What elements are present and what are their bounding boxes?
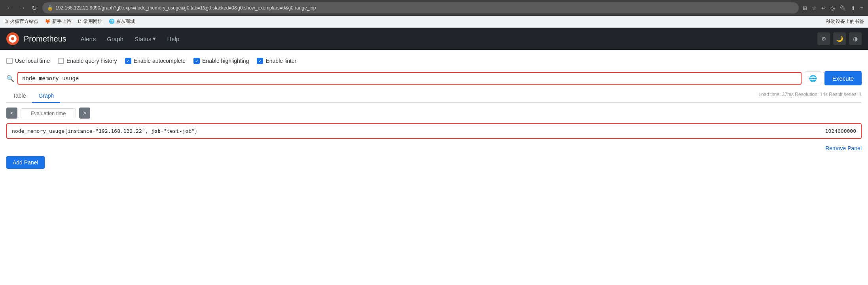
label-job-value: "test-job" bbox=[164, 128, 195, 134]
plugin-icon[interactable]: 🔌 bbox=[839, 4, 847, 12]
browser-chrome: ← → ↻ 🔒 192.168.122.21:9090/graph?g0.exp… bbox=[0, 0, 868, 28]
linter-checkbox[interactable] bbox=[257, 58, 263, 64]
bookmark-xinshou[interactable]: 🦊 新手上路 bbox=[45, 18, 71, 25]
reload-button[interactable]: ↻ bbox=[29, 4, 39, 13]
tab-meta: Load time: 37ms Resolution: 14s Result s… bbox=[758, 92, 862, 100]
label-job-key: job bbox=[151, 128, 160, 134]
bookmarks-bar: 🗋 火狐官方站点 🦊 新手上路 🗋 常用网址 🌐 京东商城 移动设备上的书签 bbox=[0, 16, 868, 28]
prometheus-title: Prometheus bbox=[24, 34, 66, 43]
browser-actions: ⊞ ☆ ↩ ◎ 🔌 ⬆ ≡ bbox=[802, 4, 864, 12]
account-icon[interactable]: ↩ bbox=[821, 4, 826, 12]
autocomplete-checkbox[interactable] bbox=[125, 58, 131, 64]
search-bar: 🔍 🌐 Execute bbox=[6, 71, 862, 85]
table-row: node_memory_usuge{instance="192.168.122.… bbox=[7, 124, 861, 138]
dark-mode-icon-btn[interactable]: 🌙 bbox=[833, 32, 846, 45]
tab-graph[interactable]: Graph bbox=[32, 89, 60, 103]
query-input[interactable] bbox=[22, 75, 797, 81]
dropdown-arrow-icon: ▾ bbox=[153, 35, 156, 42]
search-icon: 🔍 bbox=[6, 75, 14, 82]
remove-panel-link[interactable]: Remove Panel bbox=[825, 145, 862, 151]
label-instance-value: "192.168.122.22" bbox=[95, 128, 145, 134]
add-panel-button[interactable]: Add Panel bbox=[6, 156, 45, 169]
label-instance-key: instance bbox=[68, 128, 93, 134]
back-button[interactable]: ← bbox=[4, 4, 15, 13]
contrast-icon-btn[interactable]: ◑ bbox=[849, 32, 862, 45]
browser-toolbar: ← → ↻ 🔒 192.168.122.21:9090/graph?g0.exp… bbox=[0, 0, 868, 16]
eval-prev-button[interactable]: < bbox=[6, 108, 17, 119]
highlighting-checkbox[interactable] bbox=[193, 58, 200, 64]
nav-buttons: ← → ↻ bbox=[4, 4, 39, 13]
logo-inner bbox=[9, 35, 17, 43]
autocomplete-label: Enable autocomplete bbox=[134, 58, 186, 64]
bookmark-jingdong[interactable]: 🌐 京东商城 bbox=[109, 18, 135, 25]
query-history-checkbox[interactable] bbox=[58, 58, 64, 64]
linter-label: Enable linter bbox=[265, 58, 296, 64]
bookmark-changyong[interactable]: 🗋 常用网址 bbox=[78, 18, 102, 25]
toggle-highlighting[interactable]: Enable highlighting bbox=[193, 58, 249, 64]
eval-time-input[interactable] bbox=[21, 108, 76, 118]
nav-graph[interactable]: Graph bbox=[102, 32, 128, 45]
highlighting-label: Enable highlighting bbox=[202, 58, 249, 64]
nav-status-label: Status bbox=[135, 36, 152, 42]
url-text: 192.168.122.21:9090/graph?g0.expr=node_m… bbox=[55, 5, 794, 11]
nav-status-dropdown[interactable]: Status ▾ bbox=[130, 32, 161, 45]
star-icon[interactable]: ☆ bbox=[811, 4, 817, 12]
main-content: Use local time Enable query history Enab… bbox=[0, 50, 868, 285]
shield-icon: 🔒 bbox=[47, 5, 53, 11]
remove-panel-row: Remove Panel bbox=[6, 143, 862, 153]
menu-icon[interactable]: ≡ bbox=[859, 4, 864, 12]
logo-dot bbox=[11, 37, 14, 40]
bookmark-huohu[interactable]: 🗋 火狐官方站点 bbox=[4, 18, 38, 25]
tab-table[interactable]: Table bbox=[6, 89, 32, 103]
nav-help[interactable]: Help bbox=[162, 32, 184, 45]
eval-next-button[interactable]: > bbox=[79, 108, 90, 119]
toggle-autocomplete[interactable]: Enable autocomplete bbox=[125, 58, 186, 64]
toggle-query-history[interactable]: Enable query history bbox=[58, 58, 117, 64]
results-table: node_memory_usuge{instance="192.168.122.… bbox=[6, 123, 862, 139]
prometheus-logo bbox=[6, 32, 19, 45]
globe-button[interactable]: 🌐 bbox=[805, 71, 821, 85]
query-history-label: Enable query history bbox=[66, 58, 117, 64]
nav-links: Alerts Graph Status ▾ Help bbox=[76, 32, 184, 45]
use-local-time-label: Use local time bbox=[15, 58, 50, 64]
nav-icons: ⚙ 🌙 ◑ bbox=[817, 32, 862, 45]
toggle-use-local-time[interactable]: Use local time bbox=[6, 58, 50, 64]
toggle-linter[interactable]: Enable linter bbox=[257, 58, 296, 64]
forward-button[interactable]: → bbox=[17, 4, 28, 13]
execute-button[interactable]: Execute bbox=[824, 71, 862, 85]
settings-icon-btn[interactable]: ⚙ bbox=[817, 32, 830, 45]
extensions-icon[interactable]: ⊞ bbox=[802, 4, 808, 12]
address-bar[interactable]: 🔒 192.168.122.21:9090/graph?g0.expr=node… bbox=[42, 2, 799, 13]
toggles-bar: Use local time Enable query history Enab… bbox=[6, 55, 862, 67]
mobile-bookmarks: 移动设备上的书签 bbox=[826, 18, 864, 25]
tabs-row: Table Graph Load time: 37ms Resolution: … bbox=[6, 89, 862, 103]
share-icon[interactable]: ⬆ bbox=[850, 4, 856, 12]
sync-icon[interactable]: ◎ bbox=[830, 4, 836, 12]
nav-alerts[interactable]: Alerts bbox=[76, 32, 100, 45]
prometheus-navbar: Prometheus Alerts Graph Status ▾ Help ⚙ … bbox=[0, 28, 868, 50]
use-local-time-checkbox[interactable] bbox=[6, 58, 13, 64]
evaluation-row: < > bbox=[6, 108, 862, 119]
result-value: 1024000000 bbox=[825, 128, 856, 134]
query-input-wrap bbox=[17, 72, 802, 85]
result-metric: node_memory_usuge{instance="192.168.122.… bbox=[12, 128, 825, 134]
